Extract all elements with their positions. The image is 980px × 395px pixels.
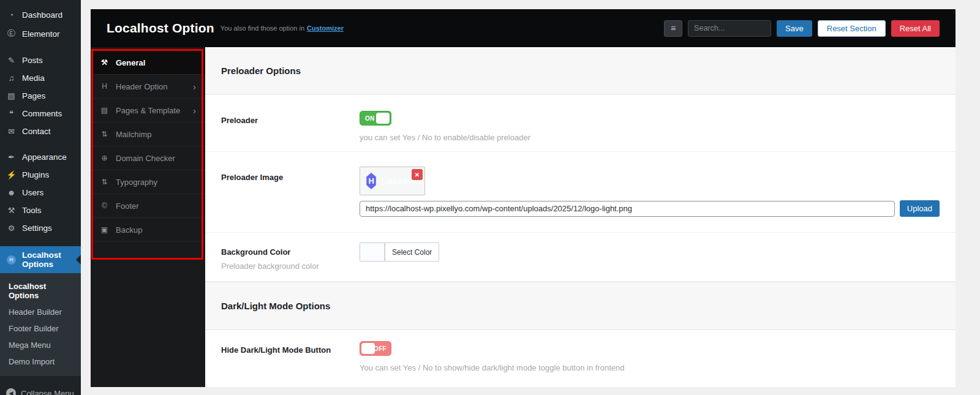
preloader-label: Preloader [221,116,353,125]
pages-icon: ▤ [6,91,17,100]
tab-header-option[interactable]: H Header Option › [91,75,205,99]
tab-typography[interactable]: ⇅ Typography [91,170,205,194]
preloader-toggle[interactable]: ON [360,111,391,126]
sidebar-item-posts[interactable]: ✎ Posts [0,51,81,69]
remove-image-button[interactable]: ✕ [412,169,423,180]
header-option-icon: H [100,82,109,91]
reset-section-button[interactable]: Reset Section [818,20,886,37]
posts-icon: ✎ [6,56,17,65]
elementor-icon: Ⓔ [6,28,17,39]
tab-mailchimp[interactable]: ⇅ Mailchimp [91,122,205,146]
tab-pages-template[interactable]: ▤ Pages & Template › [91,99,205,122]
color-picker: Select Color [360,243,439,261]
darkmode-options-section-header: Dark/Light Mode Options [205,282,956,330]
submenu-item-header-builder[interactable]: Header Builder [0,304,81,320]
hide-darkmode-label: Hide Dark/Light Mode Button [221,345,353,355]
comments-icon: ❝ [6,109,17,118]
collapse-menu-label: Collapse Menu [21,389,74,395]
select-color-button[interactable]: Select Color [385,243,439,261]
chevron-right-icon: › [193,81,196,92]
submenu-item-demo-import[interactable]: Demo Import [0,353,81,370]
section-heading: Dark/Light Mode Options [221,301,330,311]
sidebar-item-label: Media [22,73,45,83]
tab-label: Pages & Template [116,106,180,115]
hide-darkmode-help-text: You can set Yes / No to show/hide dark/l… [360,363,940,372]
preloader-image-thumbnail: H Localhost ✕ [360,167,425,195]
tab-label: Backup [116,225,142,235]
plugins-icon: ⚡ [6,170,17,179]
sidebar-item-tools[interactable]: ⚒ Tools [0,201,81,219]
tab-label: General [116,58,145,67]
submenu-item-footer-builder[interactable]: Footer Builder [0,320,81,337]
sidebar-item-media[interactable]: ♫ Media [0,69,81,87]
sidebar-item-dashboard[interactable]: ◔ Dashboard [0,6,81,24]
page-subtitle: You also find those option in [221,24,304,32]
background-color-label: Background Color [221,247,353,257]
sidebar-item-appearance[interactable]: ✒ Appearance [0,148,81,166]
tab-general[interactable]: ⚒ General [91,51,205,75]
appearance-icon: ✒ [6,152,17,162]
preloader-row: Preloader ON you can set Yes / No to ena… [205,95,956,152]
toggle-state-label: OFF [374,345,386,352]
sidebar-item-label: Settings [22,224,52,233]
tab-label: Typography [116,178,157,187]
media-icon: ♫ [6,73,17,83]
sidebar-item-localhost-options[interactable]: H Localhost Options [0,246,81,273]
copyright-icon: © [100,201,109,210]
reset-all-button[interactable]: Reset All [891,20,940,37]
background-color-help-text: Preloader background color [221,261,353,271]
hide-darkmode-toggle[interactable]: OFF [360,341,391,356]
submenu-item-mega-menu[interactable]: Mega Menu [0,337,81,353]
tools-icon: ⚒ [6,206,17,215]
collapse-icon: ◀ [6,388,16,395]
tab-footer[interactable]: © Footer [91,194,205,218]
sidebar-item-label: Elementor [22,29,60,39]
users-icon: ☻ [6,188,17,197]
globe-icon: ⊕ [100,154,109,162]
collapse-menu-button[interactable]: ◀ Collapse Menu [0,385,81,395]
tab-domain-checker[interactable]: ⊕ Domain Checker [91,146,205,170]
tab-label: Domain Checker [116,154,175,163]
sidebar-item-plugins[interactable]: ⚡ Plugins [0,166,81,184]
customizer-link[interactable]: Customizer [307,24,344,32]
tab-label: Header Option [116,82,168,91]
mailchimp-icon: ⇅ [100,130,109,138]
sidebar-item-contact[interactable]: ✉ Contact [0,122,81,140]
upload-button[interactable]: Upload [900,200,940,217]
header-actions: ≡ Save Reset Section Reset All [664,20,940,37]
preloader-image-row: Preloader Image H Localhost ✕ Upload [205,152,956,233]
toggle-knob [361,343,375,354]
sidebar-item-label: Plugins [22,170,49,179]
sidebar-item-label: Tools [22,206,42,215]
tab-label: Mailchimp [116,130,152,139]
localhost-logo-icon: H [6,255,17,265]
background-color-row: Background Color Preloader background co… [205,233,956,282]
contact-icon: ✉ [6,127,17,136]
sections-menu-button[interactable]: ≡ [664,20,682,37]
settings-content: Preloader Options Preloader ON you can s… [205,47,956,387]
localhost-logo-icon: H [366,173,377,189]
submenu-item-localhost-options[interactable]: Localhost Options [0,278,81,304]
wp-admin-sidebar: ◔ Dashboard Ⓔ Elementor ✎ Posts ♫ Media … [0,0,81,395]
toggle-state-label: ON [365,115,375,122]
preloader-image-label: Preloader Image [221,173,353,182]
save-button[interactable]: Save [777,20,812,37]
typography-icon: ⇅ [100,178,109,186]
image-url-input[interactable] [360,201,895,217]
settings-icon: ⚙ [6,224,17,233]
sidebar-item-comments[interactable]: ❝ Comments [0,105,81,122]
sidebar-item-elementor[interactable]: Ⓔ Elementor [0,24,81,43]
sidebar-item-label: Dashboard [22,10,62,20]
preloader-options-section-header: Preloader Options [205,47,956,95]
tab-label: Footer [116,201,139,211]
tab-backup[interactable]: ▣ Backup [91,218,205,242]
backup-icon: ▣ [100,225,109,234]
sidebar-item-label: Pages [22,91,45,100]
close-icon: ✕ [415,171,420,178]
search-input[interactable] [688,20,771,37]
sidebar-item-settings[interactable]: ⚙ Settings [0,219,81,237]
toggle-knob [376,113,390,124]
pages-template-icon: ▤ [100,106,109,115]
sidebar-item-pages[interactable]: ▤ Pages [0,87,81,105]
sidebar-item-users[interactable]: ☻ Users [0,184,81,201]
